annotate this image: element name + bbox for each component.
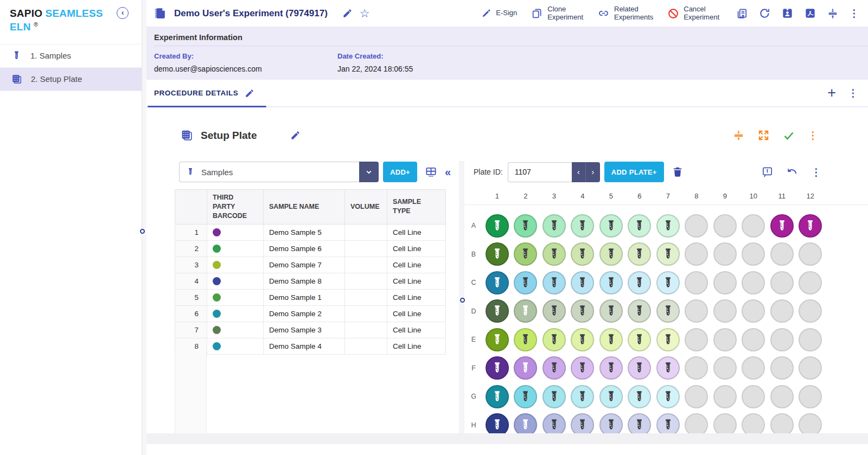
sample-type-cell[interactable]: Cell Line [387, 322, 446, 338]
plate-well[interactable] [685, 328, 708, 351]
row-number-cell[interactable]: 6 [175, 305, 207, 322]
volume-cell[interactable] [345, 224, 387, 240]
plate-well[interactable] [742, 271, 765, 294]
plate-well[interactable] [713, 385, 737, 408]
row-number-cell[interactable]: 1 [175, 224, 207, 240]
plate-row-header[interactable]: A [464, 222, 483, 229]
entry-complete-check-icon[interactable] [782, 129, 795, 142]
row-number-cell[interactable]: 7 [175, 322, 207, 338]
row-number-cell[interactable]: 2 [175, 240, 207, 257]
sample-name-cell[interactable]: Demo Sample 5 [264, 224, 345, 240]
plate-well[interactable] [656, 299, 680, 323]
table-row[interactable]: 5Demo Sample 1Cell Line [175, 289, 446, 305]
plate-well[interactable] [599, 385, 623, 408]
related-experiments-button[interactable]: RelatedExperiments [597, 5, 653, 21]
plate-well[interactable] [514, 271, 537, 294]
plate-well[interactable] [571, 328, 594, 351]
plate-well[interactable] [770, 356, 794, 380]
plate-well[interactable] [656, 271, 680, 294]
plate-well[interactable] [542, 214, 566, 238]
pane-resize-handle[interactable] [460, 298, 465, 303]
plate-column-header[interactable]: 4 [569, 188, 597, 203]
well-annotation-icon[interactable] [761, 166, 774, 178]
plate-well[interactable] [599, 328, 623, 351]
row-number-cell[interactable]: 3 [175, 257, 207, 273]
sample-name-cell[interactable]: Demo Sample 7 [264, 257, 345, 273]
grid-view-icon[interactable] [425, 166, 437, 178]
tab-edit-pencil-icon[interactable] [245, 88, 254, 98]
header-kebab-menu-icon[interactable]: ⋮ [849, 8, 859, 18]
table-row[interactable]: 4Demo Sample 8Cell Line [175, 273, 446, 289]
plate-well[interactable] [656, 385, 680, 408]
plate-well[interactable] [742, 242, 765, 266]
barcode-cell[interactable] [207, 289, 264, 305]
plate-column-header[interactable]: 1 [483, 188, 512, 203]
tab-procedure-details[interactable]: PROCEDURE DETAILS [146, 80, 267, 106]
plate-well[interactable] [685, 242, 708, 266]
plate-column-header[interactable]: 10 [739, 188, 768, 203]
plate-well[interactable] [571, 299, 594, 323]
refresh-icon[interactable] [758, 7, 771, 20]
plate-well[interactable] [770, 385, 794, 408]
edit-title-pencil-icon[interactable] [342, 8, 353, 18]
plate-well[interactable] [628, 356, 651, 380]
plate-well[interactable] [799, 385, 822, 408]
plate-column-header[interactable]: 8 [682, 188, 711, 203]
cancel-experiment-button[interactable]: CancelExperiment [667, 5, 719, 21]
sample-name-cell[interactable]: Demo Sample 8 [264, 273, 345, 289]
sample-type-cell[interactable]: Cell Line [387, 289, 446, 305]
sample-name-cell[interactable]: Demo Sample 4 [264, 338, 345, 354]
volume-cell[interactable] [345, 338, 387, 354]
sample-type-cell[interactable]: Cell Line [387, 240, 446, 257]
row-number-cell[interactable]: 5 [175, 289, 207, 305]
plate-column-header[interactable]: 5 [597, 188, 626, 203]
sample-type-cell[interactable]: Cell Line [387, 257, 446, 273]
plate-well[interactable] [685, 356, 708, 380]
favorite-star-icon[interactable]: ☆ [360, 8, 370, 19]
plate-well[interactable] [486, 214, 509, 238]
plate-well[interactable] [542, 299, 566, 323]
sample-name-cell[interactable]: Demo Sample 3 [264, 322, 345, 338]
plate-well[interactable] [799, 328, 822, 351]
clone-experiment-button[interactable]: CloneExperiment [531, 5, 583, 21]
volume-cell[interactable] [345, 240, 387, 257]
plate-well[interactable] [486, 385, 509, 408]
plate-row-header[interactable]: D [464, 307, 483, 315]
plate-well[interactable] [514, 214, 537, 238]
row-number-cell[interactable]: 4 [175, 273, 207, 289]
samples-selector[interactable]: Samples [179, 162, 359, 182]
sidebar-item-samples[interactable]: 1. Samples [0, 44, 142, 68]
plate-well[interactable] [514, 385, 537, 408]
barcode-cell[interactable] [207, 322, 264, 338]
pdf-export-icon[interactable] [804, 7, 816, 20]
plate-well[interactable] [713, 299, 737, 323]
plate-row-header[interactable]: H [464, 421, 483, 429]
plate-well[interactable] [770, 214, 794, 238]
plate-well[interactable] [486, 299, 509, 323]
horizontal-scrollbar-track[interactable] [146, 433, 868, 444]
plate-well[interactable] [799, 356, 822, 380]
plate-well[interactable] [542, 356, 566, 380]
plate-well[interactable] [656, 214, 680, 238]
plate-well[interactable] [628, 328, 651, 351]
plate-column-header[interactable]: 6 [626, 188, 654, 203]
plate-well[interactable] [571, 385, 594, 408]
plate-well[interactable] [514, 299, 537, 323]
plate-well[interactable] [685, 385, 708, 408]
plate-well[interactable] [542, 385, 566, 408]
pane-resize-handle[interactable] [140, 229, 145, 234]
esign-button[interactable]: E-Sign [481, 8, 517, 19]
plate-well[interactable] [571, 242, 594, 266]
plate-well[interactable] [628, 242, 651, 266]
tab-kebab-menu-icon[interactable]: ⋮ [848, 88, 858, 98]
add-entry-plus-icon[interactable]: + [827, 86, 836, 100]
sidebar-main-divider[interactable] [142, 0, 146, 455]
next-plate-button[interactable]: › [586, 162, 600, 182]
sample-type-cell[interactable]: Cell Line [387, 224, 446, 240]
plate-well[interactable] [656, 242, 680, 266]
volume-cell[interactable] [345, 257, 387, 273]
plate-well[interactable] [599, 242, 623, 266]
copy-report-icon[interactable] [736, 7, 748, 20]
plate-well[interactable] [514, 328, 537, 351]
plate-column-header[interactable]: 9 [711, 188, 739, 203]
